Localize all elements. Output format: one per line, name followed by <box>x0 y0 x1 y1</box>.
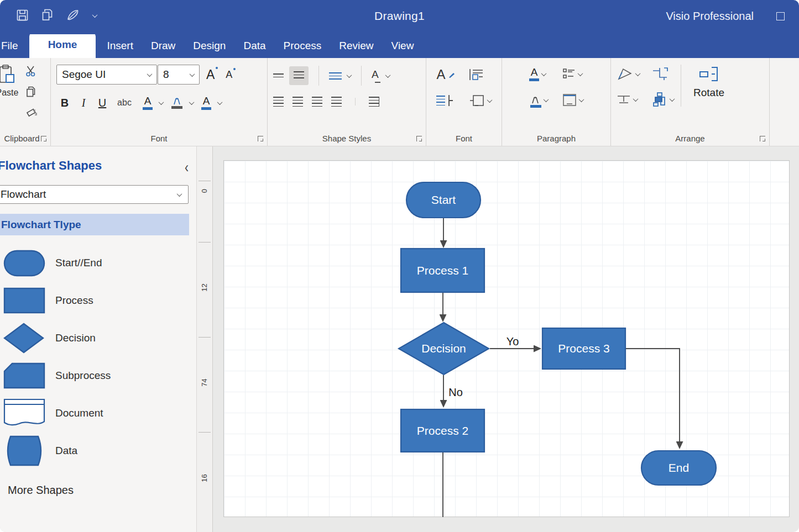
grow-font-button[interactable]: A <box>206 69 215 81</box>
shape-label: Document <box>55 407 103 419</box>
copy-button[interactable] <box>25 86 38 101</box>
stencil-shape-terminator[interactable]: Start//End <box>0 244 196 282</box>
selected-align-icon[interactable] <box>289 66 309 85</box>
flowchart-svg: StartProcess 1DecisionProcess 3Process 2… <box>224 161 790 518</box>
font-color-chevron-icon[interactable] <box>159 99 164 105</box>
highlight-chevron-icon[interactable] <box>189 99 195 105</box>
justify-center-icon[interactable] <box>293 97 303 107</box>
line-style-icon[interactable] <box>273 73 284 78</box>
tab-process[interactable]: Process <box>275 35 331 58</box>
format-painter-button[interactable] <box>25 108 38 122</box>
paragraph-highlight-button[interactable] <box>529 96 548 104</box>
stencil-shape-process[interactable]: Process <box>0 282 196 319</box>
connector-tool-button[interactable] <box>652 67 674 81</box>
shape-box-button[interactable] <box>562 93 583 107</box>
list-bar-icon[interactable] <box>436 94 455 107</box>
shape-list: Start//EndProcessDecisionSubprocessDocum… <box>0 244 196 470</box>
paragraph-font-color-button[interactable]: A <box>529 67 548 81</box>
ribbon-tab-row: FileHomeInsertDrawDesignDataProcessRevie… <box>0 34 799 58</box>
filter-lines-icon[interactable] <box>329 72 342 80</box>
shapes-panel: Flowchart Shapes ‹ Flowchart Flowchart T… <box>0 146 197 532</box>
group-arrange: Rotate Arrange <box>611 58 770 146</box>
tab-draw[interactable]: Draw <box>142 35 184 58</box>
terminator-shape-icon <box>0 250 50 277</box>
bold-button[interactable]: B <box>56 97 73 109</box>
title-bar: Drawing1 Visio Professional <box>0 0 799 34</box>
clipboard-dialog-launcher-icon[interactable] <box>41 136 46 141</box>
flowchart-node-start[interactable]: Start <box>406 182 481 218</box>
flowchart-node-end[interactable]: End <box>641 451 716 485</box>
vertical-ruler: 0127416 <box>197 146 213 532</box>
paste-button[interactable]: Paste <box>0 65 20 98</box>
character-style-chevron-icon[interactable] <box>385 72 391 78</box>
visio-window: Drawing1 Visio Professional FileHomeInse… <box>0 0 799 532</box>
text-color-button[interactable]: A <box>201 96 211 110</box>
tab-home[interactable]: Home <box>29 33 96 58</box>
shape-styles-group-label: Shape Styles <box>268 134 426 143</box>
more-shapes-link[interactable]: More Shapes <box>8 484 196 497</box>
shape-label: Data <box>55 445 77 457</box>
justify-right-icon[interactable] <box>312 97 322 107</box>
font-name-combobox[interactable]: Segoe UI <box>56 65 157 85</box>
flowchart-node-process3[interactable]: Process 3 <box>542 328 625 369</box>
justify-full-icon[interactable] <box>331 97 342 107</box>
tab-insert[interactable]: Insert <box>98 35 142 58</box>
subprocess-shape-icon <box>0 362 50 389</box>
font-style-brush-button[interactable]: A <box>436 67 455 82</box>
spacing-options-button[interactable] <box>562 68 583 80</box>
flowchart-node-decision[interactable]: Decision <box>399 323 489 375</box>
connector-process3-to-end[interactable] <box>626 349 680 448</box>
align-shapes-button[interactable] <box>617 93 640 106</box>
underline-button[interactable]: U <box>94 97 111 109</box>
shape-label: Decision <box>55 332 96 344</box>
node-label-process1: Process 1 <box>417 264 468 277</box>
stencil-dropdown[interactable]: Flowchart <box>0 185 189 204</box>
bring-forward-button[interactable] <box>652 92 674 107</box>
stencil-shape-decision[interactable]: Decision <box>0 319 196 357</box>
pointer-tool-button[interactable] <box>617 67 640 81</box>
tab-review[interactable]: Review <box>330 35 382 58</box>
font-name-value: Segoe UI <box>62 69 106 81</box>
collapse-panel-icon[interactable]: ‹ <box>185 159 189 176</box>
maximize-button[interactable] <box>776 12 785 20</box>
font-name-chevron-icon <box>147 71 153 77</box>
tab-view[interactable]: View <box>383 35 423 58</box>
drawing-page[interactable]: StartProcess 1DecisionProcess 3Process 2… <box>223 160 790 517</box>
shape-styles-dialog-launcher-icon[interactable] <box>416 136 422 141</box>
filter-chevron-icon[interactable] <box>347 72 352 78</box>
rotate-button[interactable]: Rotate <box>688 65 730 107</box>
shape-label: Subprocess <box>55 370 111 382</box>
stencil-shape-subprocess[interactable]: Subprocess <box>0 357 196 394</box>
document-shape-icon <box>0 398 50 428</box>
font-color-button[interactable]: A <box>143 96 153 110</box>
arrange-dialog-launcher-icon[interactable] <box>760 136 765 141</box>
tab-file[interactable]: File <box>0 35 27 58</box>
font-size-combobox[interactable]: 8 <box>158 65 200 85</box>
font-dialog-launcher-icon[interactable] <box>258 136 263 141</box>
group-clipboard: Paste <box>0 58 51 146</box>
text-color-chevron-icon[interactable] <box>217 99 223 105</box>
tab-data[interactable]: Data <box>234 35 274 58</box>
edge-label-no: No <box>448 386 463 398</box>
character-style-icon[interactable]: A <box>372 69 380 83</box>
node-label-decision: Decision <box>421 342 466 355</box>
box-option-button[interactable] <box>469 94 492 107</box>
stencil-shape-document[interactable]: Document <box>0 394 196 432</box>
flowchart-node-process2[interactable]: Process 2 <box>401 409 484 452</box>
ruler-tick <box>199 242 211 243</box>
cut-button[interactable] <box>25 66 38 79</box>
decision-shape-icon <box>0 323 50 354</box>
flowchart-node-process1[interactable]: Process 1 <box>401 249 484 292</box>
tab-design[interactable]: Design <box>184 35 234 58</box>
italic-button[interactable]: I <box>75 97 92 109</box>
indent-icon[interactable] <box>369 97 379 107</box>
group-shape-styles: A Shape Styles <box>268 58 426 146</box>
stencil-selected-item[interactable]: Flowchart Tlype <box>0 214 189 235</box>
shrink-font-button[interactable]: A <box>226 70 232 80</box>
stencil-shape-data[interactable]: Data <box>0 432 196 470</box>
highlight-button[interactable] <box>171 97 183 109</box>
strikethrough-button[interactable]: abc <box>113 98 136 108</box>
rotate-label: Rotate <box>693 87 724 99</box>
justify-left-icon[interactable] <box>273 97 284 107</box>
indent-box-icon[interactable] <box>469 68 492 81</box>
